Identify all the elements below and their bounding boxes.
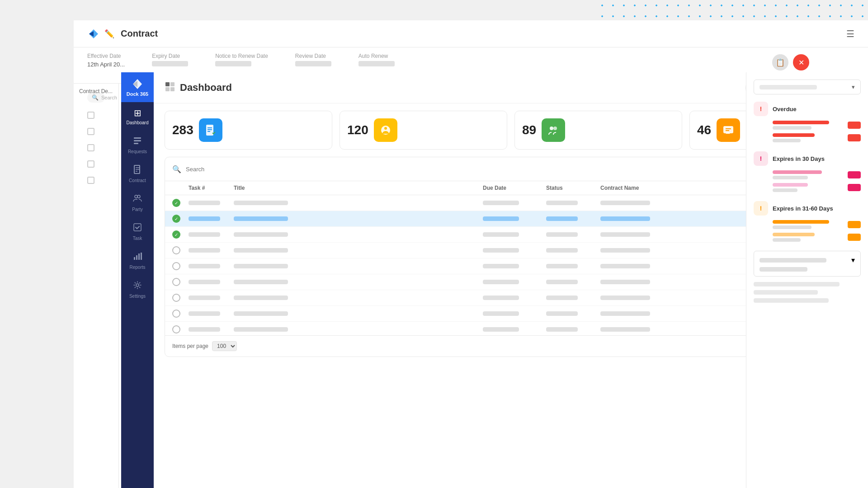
overdue-header: Overdue (754, 102, 861, 116)
expires3160-item-2 (773, 233, 861, 242)
review-date-field: Review Date (295, 53, 331, 66)
nav-item-contract[interactable]: Contract (121, 160, 154, 188)
hamburger-menu[interactable]: ☰ (846, 28, 854, 39)
col-header-status: Status (546, 185, 600, 191)
stat-card-pending: 120 (340, 111, 507, 150)
row-due-date (483, 201, 519, 205)
row-task-id (189, 232, 220, 237)
nav-item-party[interactable]: Party (121, 188, 154, 217)
checkbox-1[interactable] (87, 112, 94, 119)
nav-item-dashboard[interactable]: ⊞ Dashboard (121, 102, 154, 131)
svg-rect-1 (134, 140, 141, 141)
per-page-select[interactable]: 100 50 25 (212, 341, 237, 351)
row-task-id (189, 201, 220, 205)
right-bottom-dropdown[interactable]: ▾ (754, 251, 861, 277)
notice-renew-label: Notice to Renew Date (215, 53, 268, 59)
row-task-id (189, 280, 220, 284)
stat-card-active: 89 (514, 111, 682, 150)
expires30-count-2-button[interactable] (848, 184, 861, 191)
row-contract-name (600, 280, 650, 284)
row-due-date (483, 216, 519, 221)
svg-point-25 (550, 127, 553, 130)
overdue-icon (754, 102, 768, 116)
overdue-count-1-button[interactable] (848, 122, 861, 129)
stat-number-1: 283 (172, 123, 193, 137)
row-title (234, 201, 288, 205)
row-due-date (483, 327, 519, 332)
nav-item-settings[interactable]: Settings (121, 275, 154, 304)
table-search-icon: 🔍 (172, 165, 181, 174)
search-label-small: Search (101, 95, 117, 100)
expires30-bar-container-2 (773, 183, 843, 192)
svg-point-24 (384, 127, 387, 130)
row-status (546, 311, 578, 316)
document-action-button[interactable]: 📋 (772, 54, 788, 70)
overdue-bar-1 (773, 121, 829, 124)
overdue-count-2-button[interactable] (848, 134, 861, 141)
svg-rect-13 (141, 253, 142, 260)
nav-item-task[interactable]: Task (121, 217, 154, 246)
close-action-button[interactable]: ✕ (793, 54, 809, 70)
nav-item-reports[interactable]: Reports (121, 246, 154, 275)
dashboard-nav-label: Dashboard (127, 120, 149, 125)
right-text-lines (754, 282, 861, 303)
row-task-id (189, 327, 220, 332)
svg-point-14 (136, 284, 139, 286)
row-check-gray (172, 325, 180, 333)
row-task-id (189, 264, 220, 268)
effective-date-label: Effective Date (87, 53, 125, 59)
row-check-green: ✓ (172, 199, 180, 207)
checkbox-item-5[interactable] (87, 177, 105, 184)
checkbox-item-1[interactable] (87, 112, 105, 119)
row-due-date (483, 311, 519, 316)
overdue-title: Overdue (773, 106, 797, 113)
right-text-line-1 (754, 282, 840, 286)
row-task-id (189, 216, 220, 221)
row-contract-name (600, 248, 650, 253)
overdue-item-1 (773, 121, 861, 130)
checkbox-4[interactable] (87, 160, 94, 168)
overdue-sub-bar-1 (773, 126, 811, 130)
row-contract-name (600, 264, 650, 268)
app-title: Contract (121, 28, 158, 39)
expires30-items (754, 170, 861, 192)
nav-brand-icon (131, 78, 144, 90)
task-icon (133, 223, 142, 234)
edit-icon: ✏️ (104, 29, 114, 39)
row-check-green: ✓ (172, 230, 180, 239)
expires30-icon (754, 151, 768, 166)
right-panel: ▾ Overdue (746, 72, 868, 488)
stat-number-3: 89 (522, 123, 536, 137)
contract-nav-label: Contract (129, 178, 146, 183)
expires3160-count-1-button[interactable] (848, 221, 861, 228)
checkbox-item-3[interactable] (87, 144, 105, 151)
bottom-dropdown-bar (760, 258, 826, 263)
auto-renew-value (359, 61, 395, 66)
checkbox-3[interactable] (87, 144, 94, 151)
right-text-line-2 (754, 290, 818, 295)
expires3160-sub-bar-1 (773, 225, 811, 229)
row-contract-name (600, 216, 650, 221)
expires30-item-2 (773, 183, 861, 192)
row-title (234, 296, 288, 300)
checkbox-item-2[interactable] (87, 128, 105, 135)
checkbox-2[interactable] (87, 128, 94, 135)
party-icon (133, 194, 142, 205)
expires3160-bar-container-1 (773, 220, 843, 229)
task-nav-label: Task (133, 236, 142, 241)
checkbox-5[interactable] (87, 177, 94, 184)
checkbox-item-4[interactable] (87, 160, 105, 168)
expires3160-count-2-button[interactable] (848, 234, 861, 241)
right-panel-dropdown[interactable]: ▾ (754, 80, 861, 94)
stat-number-4: 46 (697, 123, 711, 137)
action-buttons: 📋 ✕ (772, 54, 809, 70)
row-title (234, 232, 288, 237)
expires30-count-1-button[interactable] (848, 171, 861, 178)
row-task-id (189, 248, 220, 253)
row-check-gray (172, 310, 180, 318)
nav-brand-label: Dock 365 (127, 91, 148, 97)
nav-item-requests[interactable]: Requests (121, 131, 154, 160)
table-search-input[interactable] (186, 166, 829, 173)
row-due-date (483, 296, 519, 300)
svg-rect-10 (134, 257, 135, 260)
